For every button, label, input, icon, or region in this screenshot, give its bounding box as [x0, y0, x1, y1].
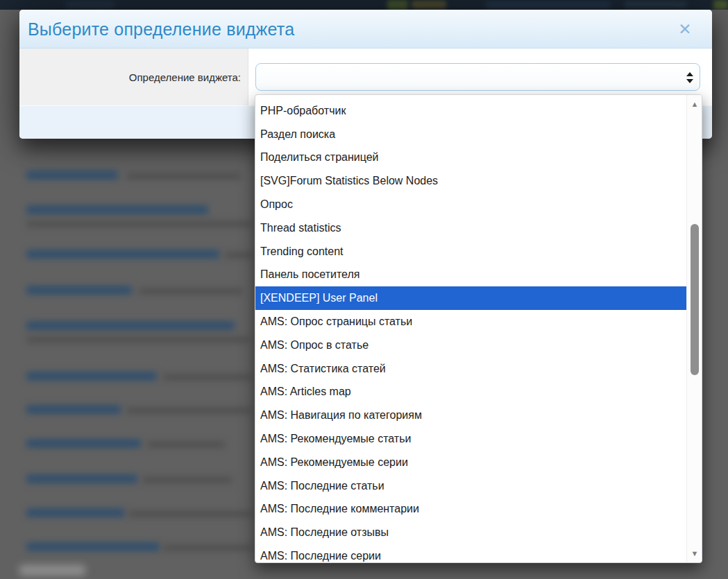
dropdown-option[interactable]: AMS: Последние комментарии	[255, 498, 687, 521]
dropdown-options-list: PHP-обработчикРаздел поискаПоделиться ст…	[255, 99, 687, 563]
nav-blur-blob	[387, 0, 408, 10]
dropdown-option[interactable]: AMS: Навигация по категориям	[255, 404, 687, 427]
redacted-widget-link	[26, 372, 157, 381]
close-icon[interactable]: ✕	[675, 19, 695, 40]
dropdown-option[interactable]: AMS: Опрос в статье	[255, 334, 687, 357]
redacted-widget-desc	[126, 173, 241, 180]
dropdown-option[interactable]: AMS: Статистика статей	[255, 357, 687, 381]
dropdown-option[interactable]: AMS: Последние статьи	[255, 474, 687, 498]
dropdown-option[interactable]: Поделиться страницей	[255, 146, 687, 170]
redacted-widget-desc	[26, 336, 250, 343]
widget-definition-label: Определение виджета:	[129, 71, 241, 83]
redacted-light-bar	[19, 565, 85, 576]
nav-blur-blob	[66, 1, 115, 8]
nav-blur-blob	[412, 1, 446, 8]
dropdown-option[interactable]: AMS: Последние серии	[255, 544, 687, 563]
scroll-down-icon[interactable]: ▼	[687, 549, 702, 558]
select-spinner-icon	[686, 71, 693, 85]
redacted-widget-link	[26, 508, 125, 517]
redacted-widget-desc	[163, 544, 252, 551]
dropdown-option[interactable]: AMS: Рекомендуемые статьи	[255, 427, 687, 451]
redacted-widget-desc	[139, 288, 243, 295]
nav-blur-blob	[713, 0, 728, 10]
redacted-widget-link	[26, 474, 137, 483]
widget-definition-select[interactable]	[255, 63, 700, 91]
dialog-title: Выберите определение виджета	[28, 10, 294, 49]
dropdown-option[interactable]: PHP-обработчик	[255, 99, 687, 123]
dropdown-option[interactable]: Раздел поиска	[255, 123, 687, 146]
redacted-widget-desc	[147, 441, 225, 448]
redacted-widget-link	[26, 321, 235, 330]
widget-definition-dropdown: PHP-обработчикРаздел поискаПоделиться ст…	[255, 94, 702, 563]
dropdown-option[interactable]: Опрос	[255, 193, 687, 216]
redacted-widget-link	[26, 205, 208, 214]
redacted-widget-link	[26, 439, 141, 448]
dropdown-option[interactable]: AMS: Последние отзывы	[255, 521, 687, 544]
redacted-widget-link	[26, 405, 121, 414]
dropdown-option[interactable]: [SVG]Forum Statistics Below Nodes	[255, 169, 687, 193]
dropdown-option[interactable]: Thread statistics	[255, 216, 687, 240]
redacted-widget-desc	[26, 221, 252, 227]
field-label-column: Определение виджета:	[19, 49, 248, 105]
redacted-widget-link	[26, 171, 118, 180]
redacted-widget-link	[26, 542, 160, 551]
redacted-widget-desc	[126, 407, 251, 414]
dropdown-scrollbar[interactable]: ▲ ▼	[686, 95, 702, 562]
dropdown-option[interactable]: AMS: Рекомендуемые серии	[255, 451, 687, 474]
dropdown-option[interactable]: Trending content	[255, 240, 687, 263]
top-navigation-bar	[0, 0, 728, 10]
redacted-widget-desc	[163, 374, 252, 381]
nav-blur-blob	[486, 1, 611, 8]
scrollbar-thumb[interactable]	[691, 224, 699, 375]
redacted-widget-link	[26, 286, 132, 295]
redacted-widget-link	[26, 250, 219, 259]
dropdown-option[interactable]: AMS: Опрос страницы статьи	[255, 310, 687, 334]
redacted-widget-desc	[142, 476, 232, 483]
dropdown-option[interactable]: Панель посетителя	[255, 263, 687, 287]
redacted-widget-desc	[128, 510, 252, 517]
dropdown-option[interactable]: [XENDEEP] User Panel	[255, 286, 687, 310]
dialog-header: Выберите определение виджета ✕	[19, 10, 712, 49]
scroll-up-icon[interactable]: ▲	[687, 100, 702, 108]
redacted-widget-desc	[225, 252, 253, 259]
dropdown-option[interactable]: AMS: Articles map	[255, 381, 687, 404]
nav-blur-blob	[625, 1, 687, 8]
